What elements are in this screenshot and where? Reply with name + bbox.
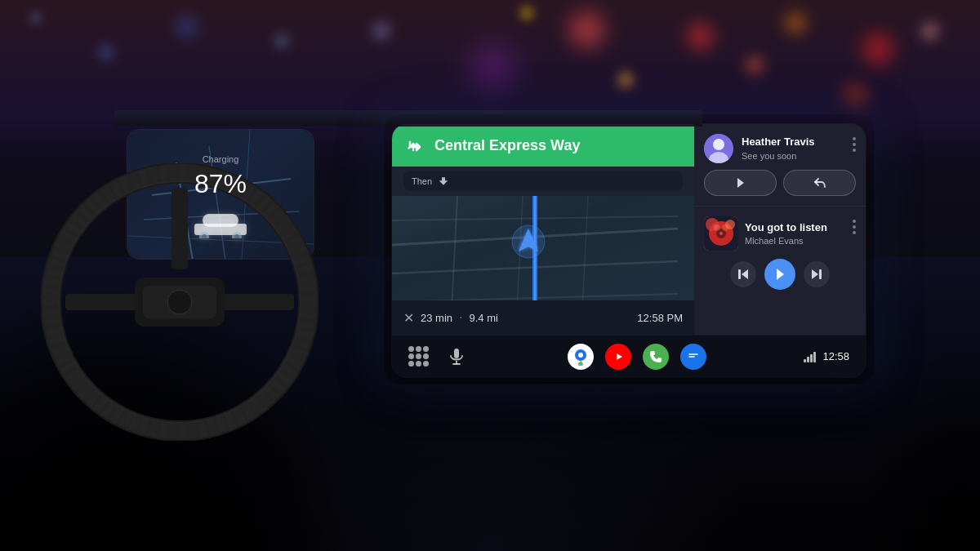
grid-dot bbox=[423, 361, 429, 367]
svg-point-45 bbox=[578, 353, 583, 358]
nav-street-name: Central Express Way bbox=[434, 137, 683, 154]
steering-wheel bbox=[41, 163, 318, 441]
nav-then-label: Then bbox=[412, 176, 432, 186]
nav-arrival-time: 12:58 PM bbox=[637, 312, 683, 324]
grid-dot bbox=[416, 361, 421, 367]
message-reply-button[interactable] bbox=[783, 170, 856, 196]
svg-point-33 bbox=[719, 232, 723, 235]
option-dot bbox=[853, 137, 856, 140]
nav-turn-icon bbox=[403, 134, 426, 157]
sig-bar-1 bbox=[804, 359, 806, 362]
nav-location-arrow bbox=[510, 224, 546, 263]
message-card: Heather Travis See you soon bbox=[694, 124, 866, 207]
music-play-button[interactable] bbox=[764, 259, 795, 290]
bokeh-light bbox=[862, 33, 893, 64]
message-info: Heather Travis See you soon bbox=[742, 136, 844, 162]
grid-dot bbox=[416, 346, 421, 352]
status-time: 12:58 bbox=[822, 350, 849, 362]
svg-marker-38 bbox=[777, 269, 784, 280]
bokeh-light bbox=[519, 6, 534, 20]
svg-rect-40 bbox=[819, 269, 822, 279]
message-header: Heather Travis See you soon bbox=[704, 134, 856, 163]
message-actions bbox=[704, 170, 856, 196]
sig-bar-4 bbox=[813, 352, 816, 362]
bokeh-light bbox=[372, 22, 390, 40]
svg-marker-27 bbox=[737, 178, 744, 188]
music-artist: Michael Evans bbox=[745, 236, 846, 246]
nav-bottom-bar: ✕ 23 min · 9.4 mi 12:58 PM bbox=[392, 300, 694, 335]
bokeh-light bbox=[784, 11, 807, 34]
nav-map bbox=[392, 196, 694, 300]
music-controls bbox=[704, 259, 856, 290]
bokeh-light bbox=[921, 22, 939, 40]
option-dot bbox=[853, 225, 856, 229]
nav-separator-1: · bbox=[459, 310, 462, 325]
message-play-button[interactable] bbox=[704, 170, 777, 196]
svg-line-17 bbox=[580, 196, 588, 300]
bokeh-light bbox=[98, 44, 114, 60]
bokeh-light bbox=[274, 33, 289, 48]
app-launcher-button[interactable] bbox=[408, 346, 429, 367]
bokeh-light bbox=[568, 11, 605, 48]
music-prev-button[interactable] bbox=[730, 261, 756, 287]
message-options[interactable] bbox=[853, 134, 856, 152]
message-sender: Heather Travis bbox=[742, 136, 844, 149]
svg-marker-39 bbox=[812, 269, 818, 279]
svg-rect-37 bbox=[738, 269, 741, 279]
grid-dot bbox=[416, 353, 421, 359]
bottom-apps-row bbox=[408, 344, 470, 370]
option-dot bbox=[853, 149, 856, 152]
message-preview: See you soon bbox=[742, 150, 844, 162]
nav-eta: 23 min bbox=[421, 312, 452, 324]
option-dot bbox=[853, 220, 856, 223]
bokeh-light bbox=[176, 16, 198, 38]
phone-button[interactable] bbox=[643, 344, 669, 370]
google-maps-button[interactable] bbox=[568, 344, 594, 370]
android-auto-display: Central Express Way Then bbox=[392, 124, 866, 377]
grid-dot bbox=[423, 346, 429, 352]
svg-rect-56 bbox=[172, 188, 188, 269]
svg-marker-36 bbox=[742, 269, 748, 279]
music-title: You got to listen bbox=[745, 221, 846, 235]
music-info: You got to listen Michael Evans bbox=[745, 221, 846, 247]
bokeh-light bbox=[29, 11, 42, 24]
cluster-car-icon bbox=[188, 206, 253, 234]
right-panel: Heather Travis See you soon bbox=[694, 124, 866, 335]
svg-point-25 bbox=[713, 139, 724, 150]
svg-rect-7 bbox=[203, 214, 238, 227]
center-app-icons bbox=[568, 344, 706, 370]
bokeh-light bbox=[843, 82, 867, 107]
bottom-app-bar: 12:58 bbox=[392, 335, 866, 377]
nav-then-instruction: Then bbox=[403, 171, 683, 191]
cluster-charging-label: Charging bbox=[203, 154, 239, 164]
nav-close-icon[interactable]: ✕ bbox=[403, 310, 414, 326]
music-album-art bbox=[704, 216, 738, 251]
youtube-music-button[interactable] bbox=[605, 344, 631, 370]
svg-rect-41 bbox=[454, 349, 459, 358]
signal-strength-icon bbox=[804, 351, 816, 362]
nav-header: Central Express Way bbox=[392, 124, 694, 167]
svg-rect-48 bbox=[687, 351, 700, 360]
display-content: Central Express Way Then bbox=[392, 124, 866, 335]
music-header: You got to listen Michael Evans bbox=[704, 216, 856, 251]
message-avatar bbox=[704, 134, 733, 163]
grid-dot bbox=[423, 353, 429, 359]
bokeh-light bbox=[745, 56, 764, 75]
grid-dot bbox=[408, 346, 414, 352]
nav-distance: 9.4 mi bbox=[469, 312, 497, 324]
music-next-button[interactable] bbox=[804, 261, 830, 287]
bokeh-light bbox=[470, 44, 515, 89]
bokeh-light bbox=[686, 22, 715, 51]
svg-line-15 bbox=[449, 196, 457, 300]
svg-point-35 bbox=[722, 224, 728, 231]
grid-dot bbox=[408, 353, 414, 359]
mic-button[interactable] bbox=[443, 344, 470, 370]
music-options[interactable] bbox=[853, 216, 856, 234]
option-dot bbox=[853, 143, 856, 146]
status-bar: 12:58 bbox=[804, 350, 849, 362]
messages-button[interactable] bbox=[680, 344, 706, 370]
cluster-battery-percent: 87% bbox=[194, 169, 247, 199]
music-card: You got to listen Michael Evans bbox=[694, 207, 866, 335]
sig-bar-3 bbox=[810, 354, 813, 362]
svg-point-34 bbox=[714, 224, 720, 231]
